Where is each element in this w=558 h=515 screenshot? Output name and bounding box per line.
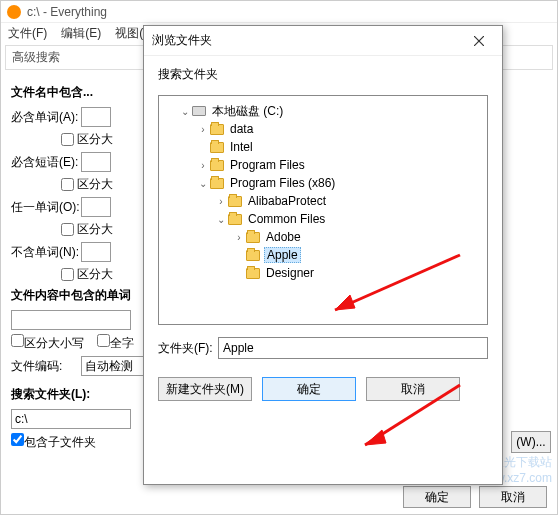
close-icon (474, 36, 484, 46)
tree-item-program-files-x86[interactable]: ⌄ Program Files (x86) (161, 174, 485, 192)
drive-icon (191, 104, 207, 118)
tree-item-designer[interactable]: Designer (161, 264, 485, 282)
any-word-input[interactable] (81, 197, 111, 217)
search-folder-input[interactable] (11, 409, 131, 429)
dialog-title: 浏览文件夹 (152, 32, 212, 49)
match-case-2[interactable] (61, 178, 74, 191)
chevron-right-icon[interactable]: › (197, 160, 209, 171)
browse-folder-dialog: 浏览文件夹 搜索文件夹 ⌄ 本地磁盘 (C:) › data Intel (143, 25, 503, 485)
tree-item-program-files[interactable]: › Program Files (161, 156, 485, 174)
include-words-label: 必含单词(A): (11, 109, 81, 126)
match-case-3[interactable] (61, 223, 74, 236)
match-case-1[interactable] (61, 133, 74, 146)
content-input[interactable] (11, 310, 131, 330)
dialog-cancel-button[interactable]: 取消 (366, 377, 460, 401)
tree-item-apple[interactable]: Apple (161, 246, 485, 264)
folder-icon (209, 158, 225, 172)
menu-view[interactable]: 视图( (112, 25, 146, 42)
tree-root[interactable]: ⌄ 本地磁盘 (C:) (161, 102, 485, 120)
main-cancel-button[interactable]: 取消 (479, 486, 547, 508)
include-phrase-input[interactable] (81, 152, 111, 172)
chevron-down-icon[interactable]: ⌄ (179, 106, 191, 117)
title-bar: c:\ - Everything (1, 1, 557, 23)
tree-item-intel[interactable]: Intel (161, 138, 485, 156)
folder-icon (209, 122, 225, 136)
include-phrase-label: 必含短语(E): (11, 154, 81, 171)
app-icon (7, 5, 21, 19)
chevron-right-icon[interactable]: › (197, 124, 209, 135)
folder-icon (245, 266, 261, 280)
chevron-down-icon[interactable]: ⌄ (197, 178, 209, 189)
chevron-right-icon[interactable]: › (233, 232, 245, 243)
folder-icon (227, 194, 243, 208)
folder-icon (245, 230, 261, 244)
menu-file[interactable]: 文件(F) (5, 25, 50, 42)
tree-item-data[interactable]: › data (161, 120, 485, 138)
folder-tree[interactable]: ⌄ 本地磁盘 (C:) › data Intel › Program Files… (158, 95, 488, 325)
menu-edit[interactable]: 编辑(E) (58, 25, 104, 42)
folder-icon (227, 212, 243, 226)
include-words-input[interactable] (81, 107, 111, 127)
folder-icon (245, 248, 261, 262)
new-folder-button[interactable]: 新建文件夹(M) (158, 377, 252, 401)
browse-button[interactable]: (W)... (511, 431, 551, 453)
encoding-select[interactable] (81, 356, 151, 376)
content-whole-cb[interactable] (97, 334, 110, 347)
chevron-down-icon[interactable]: ⌄ (215, 214, 227, 225)
window-title: c:\ - Everything (27, 5, 107, 19)
exclude-words-input[interactable] (81, 242, 111, 262)
tree-item-common-files[interactable]: ⌄ Common Files (161, 210, 485, 228)
encoding-label: 文件编码: (11, 358, 81, 375)
tree-item-adobe[interactable]: › Adobe (161, 228, 485, 246)
exclude-words-label: 不含单词(N): (11, 244, 81, 261)
dialog-ok-button[interactable]: 确定 (262, 377, 356, 401)
tree-item-alibaba[interactable]: › AlibabaProtect (161, 192, 485, 210)
content-case-cb[interactable] (11, 334, 24, 347)
any-word-label: 任一单词(O): (11, 199, 81, 216)
folder-icon (209, 140, 225, 154)
dialog-subtitle: 搜索文件夹 (158, 66, 488, 83)
chevron-right-icon[interactable]: › (215, 196, 227, 207)
folder-icon (209, 176, 225, 190)
folder-field-input[interactable] (218, 337, 488, 359)
match-case-4[interactable] (61, 268, 74, 281)
folder-field-label: 文件夹(F): (158, 340, 218, 357)
include-subfolders-cb[interactable] (11, 433, 24, 446)
dialog-close-button[interactable] (464, 30, 494, 52)
main-ok-button[interactable]: 确定 (403, 486, 471, 508)
